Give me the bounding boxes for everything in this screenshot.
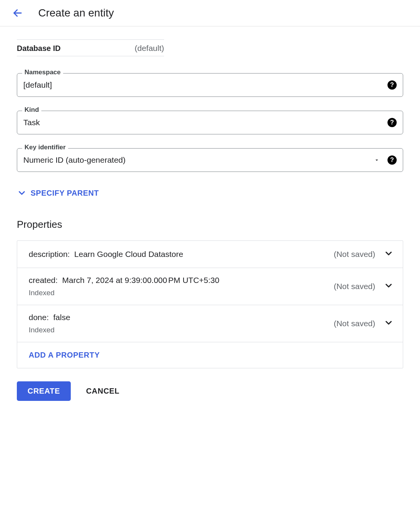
kind-label: Kind: [22, 106, 41, 114]
namespace-value: [default]: [23, 80, 382, 90]
property-value: March 7, 2024 at 9:39:00.000 PM UTC+5:30: [62, 276, 220, 284]
property-status: (Not saved): [334, 319, 375, 328]
property-name: created: [29, 276, 55, 284]
specify-parent-label: SPECIFY PARENT: [31, 189, 99, 198]
chevron-down-icon: [17, 188, 27, 198]
property-row[interactable]: created: March 7, 2024 at 9:39:00.000 PM…: [17, 268, 403, 305]
help-icon[interactable]: ?: [387, 118, 397, 127]
key-identifier-select[interactable]: Numeric ID (auto-generated) ?: [17, 148, 403, 172]
properties-table: description: Learn Google Cloud Datastor…: [17, 240, 403, 368]
property-status: (Not saved): [334, 282, 375, 291]
cancel-button[interactable]: CANCEL: [86, 387, 120, 396]
chevron-down-icon[interactable]: [384, 318, 394, 329]
property-status: (Not saved): [334, 250, 375, 259]
create-button[interactable]: CREATE: [17, 381, 71, 401]
namespace-label: Namespace: [22, 69, 63, 76]
database-id-value: (default): [135, 44, 164, 53]
key-identifier-value: Numeric ID (auto-generated): [23, 155, 368, 165]
namespace-field: Namespace [default] ?: [17, 73, 403, 97]
database-id-row: Database ID (default): [17, 39, 164, 56]
kind-field: Kind Task ?: [17, 111, 403, 134]
kind-value: Task: [23, 118, 382, 127]
properties-heading: Properties: [17, 219, 403, 230]
property-value: false: [53, 313, 70, 322]
help-icon[interactable]: ?: [387, 155, 397, 165]
chevron-down-icon[interactable]: [384, 248, 394, 260]
page-title: Create an entity: [38, 7, 114, 19]
property-row[interactable]: done: false Indexed (Not saved): [17, 305, 403, 342]
help-icon[interactable]: ?: [387, 80, 397, 90]
page-header: Create an entity: [0, 0, 420, 26]
property-name: done: [29, 313, 47, 322]
key-identifier-label: Key identifier: [22, 144, 68, 151]
back-arrow-icon[interactable]: [12, 8, 23, 18]
dropdown-caret-icon[interactable]: [374, 157, 380, 163]
property-name: description: [29, 250, 68, 258]
key-identifier-field: Key identifier Numeric ID (auto-generate…: [17, 148, 403, 172]
chevron-down-icon[interactable]: [384, 281, 394, 292]
database-id-label: Database ID: [17, 44, 61, 53]
namespace-input[interactable]: [default] ?: [17, 73, 403, 97]
property-value: Learn Google Cloud Datastore: [74, 250, 183, 258]
property-indexed-label: Indexed: [29, 326, 334, 334]
form-actions: CREATE CANCEL: [17, 381, 403, 401]
add-property-button[interactable]: ADD A PROPERTY: [17, 342, 403, 368]
specify-parent-toggle[interactable]: SPECIFY PARENT: [17, 186, 403, 200]
kind-input[interactable]: Task ?: [17, 111, 403, 134]
property-row[interactable]: description: Learn Google Cloud Datastor…: [17, 241, 403, 268]
property-indexed-label: Indexed: [29, 289, 334, 297]
